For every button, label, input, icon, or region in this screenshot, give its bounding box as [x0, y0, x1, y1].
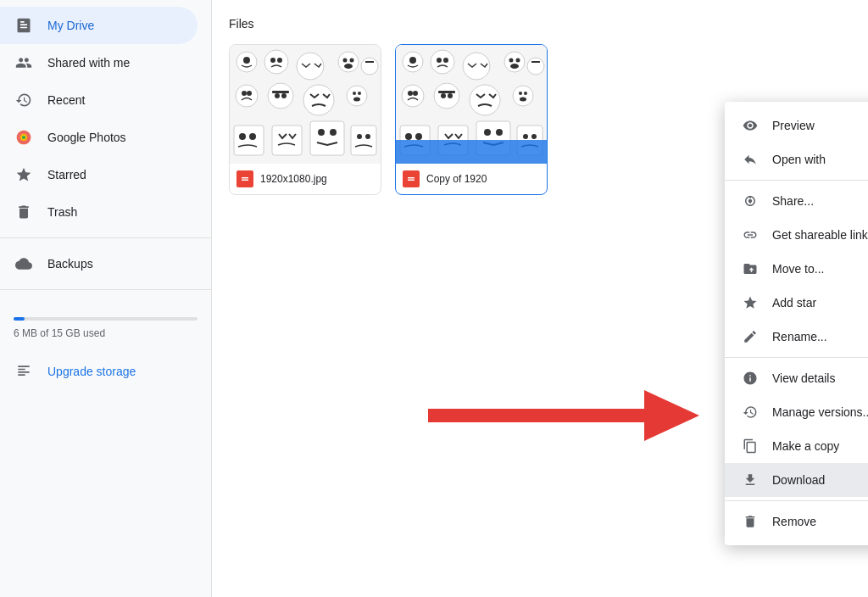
context-menu-view-details[interactable]: View details	[725, 361, 868, 395]
sidebar-label-starred: Starred	[47, 168, 86, 181]
svg-point-69	[415, 133, 422, 140]
recent-icon	[14, 90, 34, 110]
context-menu-divider-2	[725, 357, 868, 358]
svg-marker-81	[644, 390, 699, 441]
share-label: Share...	[772, 194, 868, 208]
sidebar-item-shared[interactable]: Shared with me	[0, 44, 198, 81]
svg-rect-40	[242, 177, 248, 179]
svg-rect-41	[242, 180, 248, 181]
svg-rect-77	[406, 174, 416, 184]
sidebar-item-photos[interactable]: Google Photos	[0, 119, 198, 156]
context-menu-make-copy[interactable]: Make a copy	[725, 429, 868, 463]
svg-point-66	[520, 98, 526, 102]
context-menu-rename[interactable]: Rename...	[725, 320, 868, 354]
storage-text: 6 MB of 15 GB used	[14, 327, 105, 339]
svg-point-76	[531, 134, 537, 139]
sidebar-label-trash: Trash	[47, 205, 77, 219]
remove-label: Remove	[772, 515, 868, 528]
sidebar-item-trash[interactable]: Trash	[0, 193, 198, 231]
files-section-label: Files	[229, 17, 254, 31]
svg-point-20	[268, 83, 293, 109]
files-section-header: Files	[229, 17, 851, 31]
sidebar-label-shared: Shared with me	[47, 56, 130, 70]
manage-versions-label: Manage versions...	[772, 405, 868, 419]
open-with-label: Open with	[772, 153, 868, 166]
svg-rect-36	[351, 126, 376, 155]
file-type-icon-2	[403, 170, 420, 187]
file-card-1[interactable]: 1920x1080.jpg	[229, 44, 381, 195]
svg-point-73	[496, 129, 503, 136]
move-to-icon	[742, 260, 759, 277]
svg-point-50	[509, 59, 514, 63]
context-menu-get-link[interactable]: Get shareable link	[725, 218, 868, 252]
svg-point-57	[413, 91, 418, 96]
file-name-1: 1920x1080.jpg	[260, 173, 327, 185]
svg-point-13	[350, 59, 354, 63]
starred-icon	[14, 165, 34, 185]
my-drive-icon	[14, 15, 34, 36]
context-menu-add-star[interactable]: Add star	[725, 286, 868, 320]
svg-point-7	[264, 50, 288, 74]
preview-icon	[742, 117, 759, 134]
open-with-icon	[742, 151, 759, 168]
svg-rect-59	[438, 91, 455, 93]
storage-info: 6 MB of 15 GB used	[0, 297, 211, 353]
rename-icon	[742, 328, 759, 345]
file-thumbnail-1	[230, 45, 381, 164]
sidebar-item-starred[interactable]: Starred	[0, 156, 198, 193]
context-menu-move-to[interactable]: Move to...	[725, 252, 868, 286]
svg-point-72	[484, 129, 491, 136]
svg-point-14	[344, 64, 353, 69]
selected-overlay	[396, 140, 547, 164]
file-type-icon-1	[236, 170, 253, 187]
svg-point-24	[303, 85, 334, 115]
file-card-2[interactable]: Copy of 1920	[395, 44, 548, 195]
svg-rect-33	[310, 121, 344, 155]
svg-point-60	[441, 93, 446, 98]
sidebar-label-backups: Backups	[47, 257, 93, 271]
svg-point-35	[330, 129, 337, 136]
svg-rect-79	[408, 180, 415, 181]
sidebar-item-my-drive[interactable]: My Drive	[0, 7, 198, 44]
svg-point-51	[516, 59, 520, 63]
sidebar-divider	[0, 237, 211, 238]
svg-point-53	[527, 58, 544, 75]
context-menu-manage-versions[interactable]: Manage versions...	[725, 395, 868, 429]
context-menu-remove[interactable]: Remove	[725, 505, 868, 538]
svg-point-9	[277, 58, 282, 63]
svg-point-65	[524, 92, 527, 95]
svg-point-25	[347, 86, 367, 106]
upgrade-storage-button[interactable]: Upgrade storage	[0, 353, 211, 390]
svg-point-63	[513, 86, 533, 106]
add-star-icon	[742, 294, 759, 311]
make-copy-icon	[742, 438, 759, 455]
add-star-label: Add star	[772, 296, 868, 310]
sidebar-item-backups[interactable]: Backups	[0, 245, 198, 282]
context-menu-share[interactable]: Share...	[725, 184, 868, 218]
sidebar-divider-2	[0, 289, 211, 290]
svg-rect-32	[272, 126, 302, 155]
svg-point-11	[338, 52, 359, 72]
svg-point-75	[523, 134, 528, 139]
trash-icon	[14, 202, 34, 222]
context-menu-open-with[interactable]: Open with ›	[725, 142, 868, 176]
context-menu-preview[interactable]: Preview	[725, 109, 868, 142]
svg-point-12	[343, 59, 348, 63]
storage-bar-fill	[14, 317, 25, 321]
svg-point-34	[318, 129, 325, 136]
svg-point-17	[236, 85, 258, 107]
photos-icon	[14, 127, 34, 148]
preview-label: Preview	[772, 119, 868, 132]
svg-rect-2	[20, 21, 25, 23]
svg-point-15	[361, 58, 378, 75]
context-menu-download[interactable]: Download	[725, 463, 868, 497]
svg-point-55	[402, 85, 424, 107]
download-icon	[742, 471, 759, 488]
backups-icon	[14, 254, 34, 274]
file-info-2: Copy of 1920	[396, 164, 547, 194]
file-info-1: 1920x1080.jpg	[230, 164, 381, 194]
view-details-label: View details	[772, 371, 868, 385]
sidebar-label-recent: Recent	[47, 93, 85, 107]
sidebar-item-recent[interactable]: Recent	[0, 81, 198, 119]
svg-point-8	[270, 58, 275, 63]
